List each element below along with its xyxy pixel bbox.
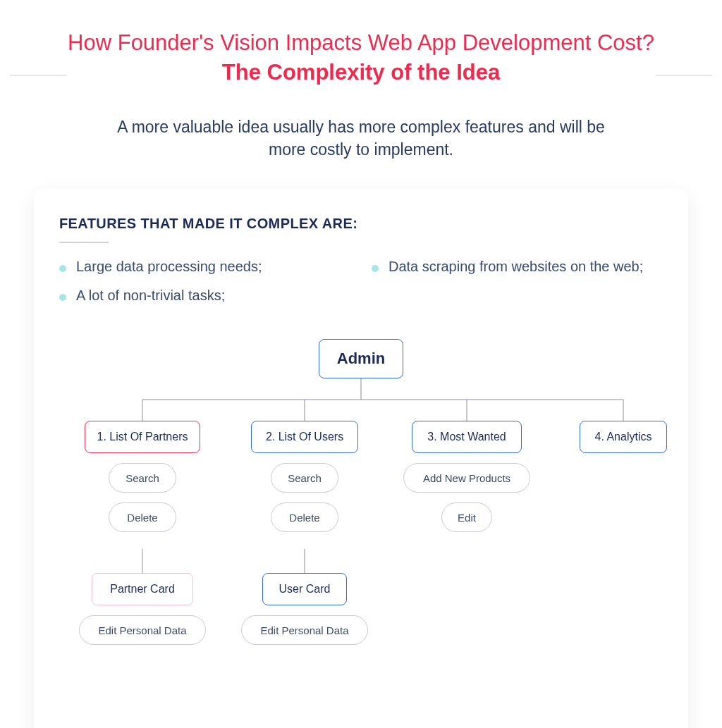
section-heading: FEATURES THAT MADE IT COMPLEX ARE: (59, 216, 663, 232)
heading-rule (59, 242, 109, 243)
node-partner-card: Partner Card (92, 573, 193, 605)
page-subtitle: A more valuable idea usually has more co… (114, 116, 608, 161)
divider-right (656, 75, 712, 76)
node-users-delete: Delete (271, 502, 338, 532)
admin-diagram: Admin 1. List Of Partners Search Delete … (59, 339, 663, 728)
node-list-of-partners: 1. List Of Partners (85, 421, 200, 453)
node-partners-delete: Delete (109, 502, 176, 532)
bullet-item: Data scraping from websites on the web; (372, 259, 663, 275)
node-partners-search: Search (109, 463, 176, 493)
node-users-search: Search (271, 463, 338, 493)
bullet-dot-icon (59, 294, 66, 301)
node-list-of-users: 2. List Of Users (251, 421, 358, 453)
bullet-item: A lot of non-trivial tasks; (59, 288, 350, 304)
bullet-text: A lot of non-trivial tasks; (76, 288, 225, 304)
bullet-text: Large data processing needs; (76, 259, 262, 275)
content-card: FEATURES THAT MADE IT COMPLEX ARE: Large… (34, 189, 688, 728)
bullet-dot-icon (59, 265, 66, 272)
node-partner-edit-data: Edit Personal Data (79, 615, 206, 645)
bullet-text: Data scraping from websites on the web; (388, 259, 643, 275)
node-user-card: User Card (262, 573, 347, 605)
node-add-new-products: Add New Products (403, 463, 530, 493)
node-edit: Edit (441, 502, 492, 532)
page-title: How Founder's Vision Impacts Web App Dev… (54, 28, 668, 87)
connector-lines (59, 339, 663, 728)
divider-left (10, 75, 66, 76)
bullet-item: Large data processing needs; (59, 259, 350, 275)
title-light: How Founder's Vision Impacts Web App Dev… (68, 30, 654, 55)
node-most-wanted: 3. Most Wanted (412, 421, 522, 453)
bullet-dot-icon (372, 265, 379, 272)
bullet-grid: Large data processing needs; Data scrapi… (59, 259, 663, 304)
node-user-edit-data: Edit Personal Data (241, 615, 368, 645)
title-bold: The Complexity of the Idea (222, 60, 500, 85)
node-analytics: 4. Analytics (580, 421, 667, 453)
node-admin: Admin (319, 339, 403, 378)
